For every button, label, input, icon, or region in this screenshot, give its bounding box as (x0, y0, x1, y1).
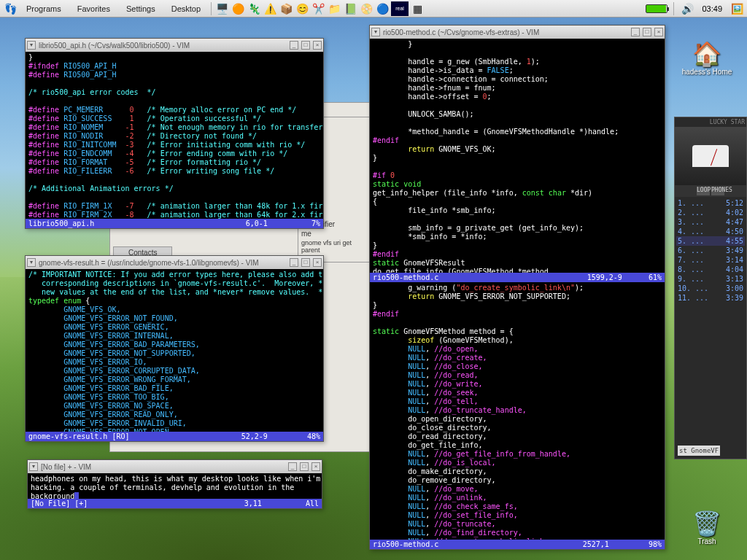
vim-window-gnome-vfs-result[interactable]: ▾ gnome-vfs-result.h = (/usr/include/gno… (25, 255, 324, 442)
close-icon[interactable]: × (654, 28, 663, 36)
window-menu-icon[interactable]: ▾ (371, 28, 380, 36)
playlist-row[interactable]: 9. ...3:13 (676, 274, 745, 284)
tray-icon[interactable]: 🖼️ (729, 1, 744, 16)
playlist-row[interactable]: 2. ...4:02 (676, 208, 745, 217)
window-menu-icon[interactable]: ▾ (29, 462, 38, 471)
tray-icon[interactable]: 🖥️ (214, 1, 229, 16)
tray-icon[interactable]: ⚠️ (263, 1, 277, 16)
playlist-row[interactable]: 3. ...4:47 (676, 217, 745, 227)
editor-pane[interactable]: g_warning ("do_create_symbolic_link\n");… (370, 282, 665, 540)
list-item: gnome vfs uri get parent (298, 238, 370, 254)
volume-icon[interactable]: 🔊 (680, 1, 694, 16)
battery-icon[interactable] (646, 4, 667, 13)
editor-pane[interactable]: } #ifndef RIO500_API_H #define RIO500_AP… (26, 52, 323, 219)
menu-favorites[interactable]: Favorites (70, 2, 117, 15)
playlist-row[interactable]: 7. ...3:14 (676, 255, 745, 265)
trash-icon[interactable]: 🗑️ Trash (681, 510, 732, 545)
minimize-icon[interactable]: _ (290, 41, 298, 50)
window-menu-icon[interactable]: ▾ (27, 41, 36, 50)
playlist-row[interactable]: 4. ...4:50 (676, 227, 745, 236)
playlist-row[interactable]: 10. ...3:00 (676, 284, 745, 293)
clock[interactable]: 03:49 (699, 4, 725, 13)
close-icon[interactable]: × (313, 258, 322, 267)
vim-statusline: gnome-vfs-result.h [RO] 52,2-9 48% (26, 432, 323, 441)
close-icon[interactable]: × (313, 41, 322, 50)
menu-settings[interactable]: Settings (119, 2, 163, 15)
maximize-icon[interactable]: □ (301, 258, 310, 267)
playlist-row[interactable]: 11. ...3:39 (676, 293, 745, 303)
maximize-icon[interactable]: □ (643, 28, 651, 36)
vim-window-librio500[interactable]: ▾ librio500_api.h (~/Cvs/walk500/librio5… (25, 38, 324, 229)
editor-pane[interactable]: headphones on my head, this is what my d… (28, 473, 322, 499)
maximize-icon[interactable]: □ (301, 41, 310, 50)
minimize-icon[interactable]: _ (288, 462, 297, 471)
window-menu-icon[interactable]: ▾ (27, 258, 36, 267)
tray-icon[interactable]: 📦 (279, 1, 293, 16)
top-panel: 👣 Programs Favorites Settings Desktop 🖥️… (0, 0, 747, 18)
vim-window-notes[interactable]: ▾ [No file] + - VIM _ □ × headphones on … (27, 459, 322, 509)
window-title: librio500_api.h (~/Cvs/walk500/librio500… (39, 42, 287, 50)
playlist-row[interactable]: 1. ...5:12 (676, 198, 745, 208)
window-title: [No file] + - VIM (41, 463, 285, 471)
real-icon[interactable]: real (391, 1, 409, 16)
editor-pane[interactable]: /* IMPORTANT NOTICE: If you add error ty… (26, 269, 323, 432)
tray-icon[interactable]: 🟠 (231, 1, 245, 16)
minimize-icon[interactable]: _ (631, 28, 640, 36)
phones-button[interactable]: PHONES (711, 187, 724, 195)
tray-icon[interactable]: 😊 (295, 1, 309, 16)
editor-pane[interactable]: } handle = g_new (SmbHandle, 1); handle-… (370, 39, 665, 273)
window-title: gnome-vfs-result.h = (/usr/include/gnome… (39, 259, 287, 267)
list-item: me (298, 229, 370, 238)
playlist-row[interactable]: 8. ...4:04 (676, 265, 745, 274)
vim-statusline: rio500-method.c 1599,2-9 61% (370, 273, 665, 282)
vim-statusline: librio500_api.h 6,0-1 7% (26, 219, 323, 228)
vim-statusline: rio500-method.c 2527,1 98% (370, 540, 665, 549)
tray-icon[interactable]: 🔵 (375, 1, 390, 16)
vim-statusline: [No File] [+] 3,11 All (28, 499, 322, 508)
player-footer: st GnomeVF (678, 446, 720, 456)
foot-menu-icon[interactable]: 👣 (3, 1, 18, 16)
tray-icon[interactable]: ▦ (410, 1, 425, 16)
trash-label: Trash (681, 537, 732, 545)
loop-button[interactable]: LOOP (697, 187, 710, 195)
vu-meter-icon (692, 145, 729, 167)
tray-icon[interactable]: 📁 (327, 1, 341, 16)
tray-icon[interactable]: ✂️ (311, 1, 325, 16)
minimize-icon[interactable]: _ (290, 258, 298, 267)
tray-icon[interactable]: 📗 (343, 1, 357, 16)
vim-window-rio500-method[interactable]: ▾ rio500-method.c (~/Cvs/gnome-vfs-extra… (369, 25, 665, 550)
media-player[interactable]: LUCKY STAR LOOP PHONES 1. ...5:122. ...4… (674, 117, 747, 459)
playlist-row[interactable]: 5. ...4:55 (676, 236, 745, 246)
playlist-row[interactable]: 6. ...3:49 (676, 246, 745, 255)
menu-desktop[interactable]: Desktop (164, 2, 208, 15)
menu-programs[interactable]: Programs (19, 2, 69, 15)
tray-icon[interactable]: 📀 (359, 1, 374, 16)
maximize-icon[interactable]: □ (300, 462, 309, 471)
close-icon[interactable]: × (311, 462, 320, 471)
tray-icon[interactable]: 🦎 (247, 1, 261, 16)
window-title: rio500-method.c (~/Cvs/gnome-vfs-extras)… (383, 28, 628, 36)
playlist: 1. ...5:122. ...4:023. ...4:474. ...4:50… (675, 197, 746, 304)
home-folder-icon[interactable]: 🏠 hadess's Home (681, 40, 732, 76)
home-label: hadess's Home (681, 68, 732, 76)
player-brand: LUCKY STAR (675, 117, 746, 127)
